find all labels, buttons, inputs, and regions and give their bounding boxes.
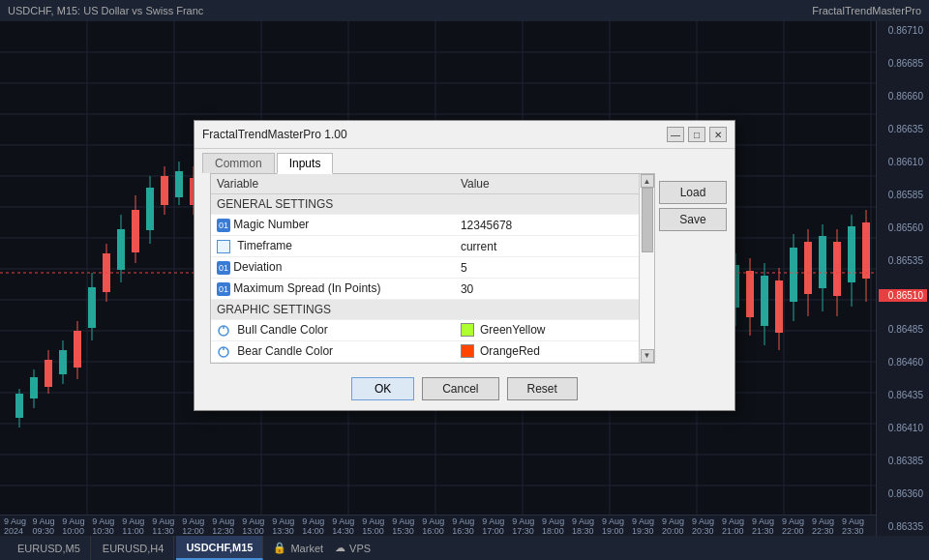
svg-rect-32	[59, 350, 67, 374]
bear-color-swatch	[461, 344, 474, 358]
scrollbar-track	[641, 188, 654, 348]
dialog: FractalTrendMasterPro 1.00 — □ ✕ Common …	[194, 120, 735, 410]
svg-rect-120	[848, 226, 855, 282]
maximize-button[interactable]: □	[688, 127, 705, 142]
reset-button[interactable]: Reset	[507, 377, 578, 400]
time-label: 9 Aug 17:30	[512, 516, 542, 536]
table-row: 01 Deviation 5	[211, 257, 654, 279]
time-label: 9 Aug 12:30	[212, 516, 242, 536]
time-label: 9 Aug 18:30	[572, 516, 602, 536]
time-label: 9 Aug 11:00	[122, 516, 152, 536]
svg-rect-28	[30, 377, 38, 398]
timeframe-value[interactable]: current	[455, 236, 639, 257]
price-label: 0.86360	[879, 488, 927, 499]
time-label: 9 Aug 19:00	[602, 516, 632, 536]
time-label: 9 Aug 23:30	[842, 516, 872, 536]
svg-rect-122	[862, 222, 870, 279]
side-buttons: Load Save	[659, 173, 727, 370]
col-value: Value	[455, 174, 639, 194]
bull-color-swatch	[461, 323, 474, 337]
scrollbar-thumb[interactable]	[642, 188, 653, 252]
price-label: 0.86460	[879, 357, 927, 368]
time-label: 9 Aug 20:00	[662, 516, 692, 536]
dialog-titlebar: FractalTrendMasterPro 1.00 — □ ✕	[195, 121, 734, 149]
save-button[interactable]: Save	[659, 208, 727, 231]
dialog-title: FractalTrendMasterPro 1.00	[202, 128, 347, 141]
time-label: 9 Aug 13:30	[272, 516, 302, 536]
time-label: 9 Aug 15:30	[392, 516, 422, 536]
time-label: 9 Aug 16:00	[422, 516, 452, 536]
tab-common[interactable]: Common	[202, 153, 275, 173]
svg-rect-46	[161, 176, 168, 205]
tab-eurusd-m5[interactable]: EURUSD,M5	[8, 536, 91, 560]
price-label: 0.86710	[879, 25, 927, 36]
svg-rect-114	[804, 242, 812, 294]
deviation-value[interactable]: 5	[455, 257, 639, 279]
price-axis: 0.86710 0.86685 0.86660 0.86635 0.86610 …	[876, 21, 929, 536]
minimize-button[interactable]: —	[667, 127, 684, 142]
bear-candle-color-value[interactable]: OrangeRed	[455, 340, 639, 362]
number-icon: 01	[217, 261, 230, 275]
bottom-bar: EURUSD,M5 EURUSD,H4 USDCHF,M15 🔒 Market …	[0, 536, 929, 560]
cancel-button[interactable]: Cancel	[422, 377, 498, 400]
ok-button[interactable]: OK	[351, 377, 414, 400]
price-label-highlight: 0.86510	[879, 289, 927, 302]
tab-inputs[interactable]: Inputs	[277, 153, 334, 174]
price-label: 0.86435	[879, 390, 927, 400]
cloud-icon: ☁	[335, 542, 345, 554]
price-label: 0.86485	[879, 324, 927, 335]
scrollbar-up-button[interactable]: ▲	[641, 174, 654, 188]
table-row: 01 Maximum Spread (In Points) 30	[211, 279, 654, 300]
vps-link[interactable]: ☁ VPS	[335, 542, 371, 554]
time-label: 9 Aug 17:00	[482, 516, 512, 536]
time-label: 9 Aug 13:00	[242, 516, 272, 536]
time-label: 9 Aug 19:30	[632, 516, 662, 536]
time-label: 9 Aug 2024	[4, 516, 32, 536]
time-label: 9 Aug 14:30	[332, 516, 362, 536]
price-label: 0.86685	[879, 58, 927, 69]
time-label: 9 Aug 21:30	[752, 516, 782, 536]
bull-candle-color-value[interactable]: GreenYellow	[455, 320, 639, 341]
price-label: 0.86535	[879, 255, 927, 266]
number-icon: 01	[217, 282, 230, 296]
tab-usdchf-m15[interactable]: USDCHF,M15	[176, 536, 263, 560]
price-label: 0.86385	[879, 456, 927, 466]
time-label: 9 Aug 20:30	[692, 516, 722, 536]
number-icon: 01	[217, 219, 230, 232]
scrollbar-down-button[interactable]: ▼	[641, 349, 654, 363]
time-label: 9 Aug 12:00	[182, 516, 212, 536]
svg-rect-26	[15, 394, 23, 418]
time-label: 9 Aug 22:30	[812, 516, 842, 536]
dialog-controls: — □ ✕	[667, 127, 727, 142]
tab-eurusd-h4[interactable]: EURUSD,H4	[93, 536, 175, 560]
svg-rect-36	[88, 287, 96, 328]
price-label: 0.86585	[879, 190, 927, 200]
table-row: 01 Magic Number 12345678	[211, 215, 654, 236]
timeframe-icon	[217, 240, 230, 253]
bull-color-row-icon	[217, 324, 230, 338]
top-bar: USDCHF, M15: US Dollar vs Swiss Franc Fr…	[0, 0, 929, 21]
svg-rect-42	[132, 210, 139, 252]
time-label: 9 Aug 22:00	[782, 516, 812, 536]
section-general: GENERAL SETTINGS	[211, 194, 654, 215]
time-label: 9 Aug 11:30	[152, 516, 182, 536]
svg-rect-44	[146, 188, 154, 230]
bottom-icons: 🔒 Market ☁ VPS	[273, 542, 371, 554]
market-link[interactable]: 🔒 Market	[273, 542, 323, 554]
time-label: 9 Aug 18:00	[542, 516, 572, 536]
table-row: Bull Candle Color GreenYellow	[211, 320, 654, 341]
close-button[interactable]: ✕	[709, 127, 727, 142]
price-label: 0.86635	[879, 124, 927, 134]
scrollbar[interactable]: ▲ ▼	[639, 174, 654, 362]
magic-number-value[interactable]: 12345678	[455, 215, 639, 236]
svg-rect-112	[790, 248, 797, 302]
max-spread-value[interactable]: 30	[455, 279, 639, 300]
time-label: 9 Aug 10:00	[62, 516, 92, 536]
time-label: 9 Aug 14:00	[302, 516, 332, 536]
indicator-label: FractalTrendMasterPro	[812, 5, 921, 16]
load-button[interactable]: Load	[659, 181, 727, 204]
price-label: 0.86660	[879, 91, 927, 102]
price-label: 0.86335	[879, 521, 927, 532]
svg-rect-108	[761, 276, 768, 326]
time-label: 9 Aug 15:00	[362, 516, 392, 536]
